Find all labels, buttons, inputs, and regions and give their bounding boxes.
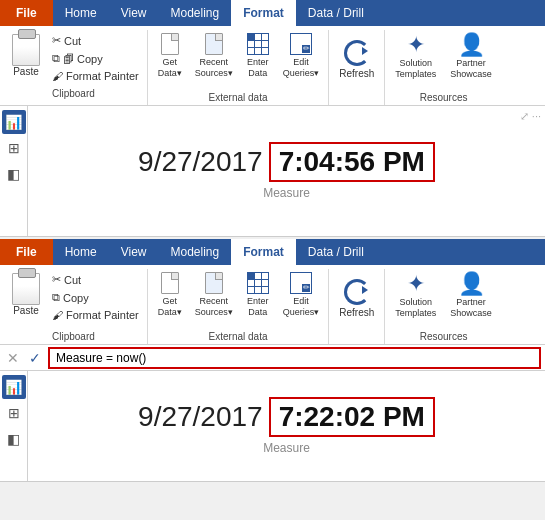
scissors-icon-2: ✂ <box>52 273 61 286</box>
refresh-icon-2 <box>344 279 370 305</box>
enter-data-label-2: EnterData <box>247 296 269 318</box>
solution-templates-button-1[interactable]: ✦ SolutionTemplates <box>389 30 442 84</box>
external-data-label-1: External data <box>152 90 325 105</box>
sidebar-chart-icon-1[interactable]: 📊 <box>2 110 26 134</box>
resources-group-1: ✦ SolutionTemplates 👤 PartnerShowcase Re… <box>385 30 502 105</box>
refresh-group-2: Refresh · <box>329 269 385 344</box>
get-data-label-2: GetData▾ <box>158 296 182 318</box>
external-data-group-2: GetData▾ RecentSources▾ EnterData <box>148 269 330 344</box>
get-data-button-2[interactable]: GetData▾ <box>152 269 188 321</box>
enter-data-icon-1 <box>247 33 269 55</box>
clipboard-label-1: Clipboard <box>4 86 143 101</box>
tab-file-1[interactable]: File <box>0 0 53 26</box>
format-painter-button-1[interactable]: 🖌 Format Painter <box>48 68 143 84</box>
format-painter-button-2[interactable]: 🖌 Format Painter <box>48 307 143 323</box>
recent-sources-button-2[interactable]: RecentSources▾ <box>190 269 238 321</box>
tab-view-1[interactable]: View <box>109 0 159 26</box>
sidebar-table-icon-2[interactable]: ⊞ <box>2 401 26 425</box>
tab-modeling-2[interactable]: Modeling <box>158 239 231 265</box>
partner-showcase-button-1[interactable]: 👤 PartnerShowcase <box>444 30 498 84</box>
get-data-icon-2 <box>161 272 179 294</box>
cut-label-1: Cut <box>64 35 81 47</box>
copy-button-1[interactable]: ⧉ 🗐 Copy <box>48 50 143 67</box>
tab-datadrill-2[interactable]: Data / Drill <box>296 239 376 265</box>
recent-sources-button-1[interactable]: RecentSources▾ <box>190 30 238 82</box>
solution-templates-icon-1: ✦ <box>407 34 425 56</box>
cut-button-2[interactable]: ✂ Cut <box>48 271 143 288</box>
edit-queries-button-1[interactable]: ✏ EditQueries▾ <box>278 30 325 82</box>
external-data-items-2: GetData▾ RecentSources▾ EnterData <box>152 269 325 329</box>
tab-modeling-1[interactable]: Modeling <box>158 0 231 26</box>
solution-templates-button-2[interactable]: ✦ SolutionTemplates <box>389 269 442 323</box>
paste-button-2[interactable]: Paste <box>4 269 48 321</box>
clipboard-group-2: Paste ✂ Cut ⧉ Copy 🖌 Format Painter <box>0 269 148 344</box>
edit-queries-icon-1: ✏ <box>290 33 312 55</box>
formula-check-button[interactable]: ✓ <box>26 350 44 366</box>
formula-checkx: ✕ ✓ <box>4 350 44 366</box>
main-row-2: 📊 ⊞ ◧ 9/27/2017 7:22:02 PM Measure <box>0 371 545 481</box>
copy-icon-1: ⧉ <box>52 52 60 65</box>
tab-bar-1: File Home View Modeling Format Data / Dr… <box>0 0 545 26</box>
solution-templates-icon-2: ✦ <box>407 273 425 295</box>
paste-label-1: Paste <box>13 66 39 78</box>
refresh-items-2: Refresh <box>333 269 380 329</box>
sidebar-chart-icon-2[interactable]: 📊 <box>2 375 26 399</box>
sidebar-model-icon-1[interactable]: ◧ <box>2 162 26 186</box>
brush-icon-2: 🖌 <box>52 309 63 321</box>
enter-data-button-1[interactable]: EnterData <box>240 30 276 82</box>
tab-home-2[interactable]: Home <box>53 239 109 265</box>
enter-data-button-2[interactable]: EnterData <box>240 269 276 321</box>
tab-file-2[interactable]: File <box>0 239 53 265</box>
refresh-icon-1 <box>344 40 370 66</box>
clipboard-label-2: Clipboard <box>4 329 143 344</box>
enter-data-icon-2 <box>247 272 269 294</box>
cut-button-1[interactable]: ✂ Cut <box>48 32 143 49</box>
resources-label-2: Resources <box>389 329 498 344</box>
edit-queries-label-1: EditQueries▾ <box>283 57 320 79</box>
copy-button-2[interactable]: ⧉ Copy <box>48 289 143 306</box>
recent-sources-icon-1 <box>205 33 223 55</box>
recent-sources-icon-2 <box>205 272 223 294</box>
tab-format-1[interactable]: Format <box>231 0 296 26</box>
date-2: 9/27/2017 <box>138 401 263 433</box>
sidebar-table-icon-1[interactable]: ⊞ <box>2 136 26 160</box>
resources-group-2: ✦ SolutionTemplates 👤 PartnerShowcase Re… <box>385 269 502 344</box>
left-sidebar-1: 📊 ⊞ ◧ <box>0 106 28 236</box>
scissors-icon-1: ✂ <box>52 34 61 47</box>
expand-icon-1: ⤢ ··· <box>520 110 541 123</box>
external-data-items-1: GetData▾ RecentSources▾ EnterData <box>152 30 325 90</box>
resources-items-1: ✦ SolutionTemplates 👤 PartnerShowcase <box>389 30 498 90</box>
sidebar-model-icon-2[interactable]: ◧ <box>2 427 26 451</box>
ribbon-2: Paste ✂ Cut ⧉ Copy 🖌 Format Painter <box>0 265 545 345</box>
tab-view-2[interactable]: View <box>109 239 159 265</box>
partner-showcase-label-2: PartnerShowcase <box>450 297 492 319</box>
external-data-label-2: External data <box>152 329 325 344</box>
time-2: 7:22:02 PM <box>269 397 435 437</box>
refresh-button-2[interactable]: Refresh <box>333 275 380 323</box>
formula-x-button[interactable]: ✕ <box>4 350 22 366</box>
get-data-label-1: GetData▾ <box>158 57 182 79</box>
recent-sources-label-2: RecentSources▾ <box>195 296 233 318</box>
edit-queries-button-2[interactable]: ✏ EditQueries▾ <box>278 269 325 321</box>
main-row-1: 📊 ⊞ ◧ ⤢ ··· 9/27/2017 7:04:56 PM Measure <box>0 106 545 236</box>
measure-label-2: Measure <box>263 441 310 455</box>
partner-showcase-button-2[interactable]: 👤 PartnerShowcase <box>444 269 498 323</box>
tab-datadrill-1[interactable]: Data / Drill <box>296 0 376 26</box>
resources-items-2: ✦ SolutionTemplates 👤 PartnerShowcase <box>389 269 498 329</box>
paste-icon-2 <box>12 273 40 305</box>
formula-input[interactable]: Measure = now() <box>48 347 541 369</box>
partner-showcase-label-1: PartnerShowcase <box>450 58 492 80</box>
paste-button-1[interactable]: Paste <box>4 30 48 82</box>
refresh-button-1[interactable]: Refresh <box>333 36 380 84</box>
tab-home-1[interactable]: Home <box>53 0 109 26</box>
content-area-2: 9/27/2017 7:22:02 PM Measure <box>28 371 545 481</box>
refresh-items-1: Refresh <box>333 30 380 90</box>
measure-label-1: Measure <box>263 186 310 200</box>
get-data-button-1[interactable]: GetData▾ <box>152 30 188 82</box>
tab-format-2[interactable]: Format <box>231 239 296 265</box>
recent-sources-label-1: RecentSources▾ <box>195 57 233 79</box>
format-painter-label-2: Format Painter <box>66 309 139 321</box>
datetime-display-2: 9/27/2017 7:22:02 PM <box>138 397 435 437</box>
clipboard-small-1: ✂ Cut ⧉ 🗐 Copy 🖌 Format Painter <box>48 30 143 86</box>
date-1: 9/27/2017 <box>138 146 263 178</box>
